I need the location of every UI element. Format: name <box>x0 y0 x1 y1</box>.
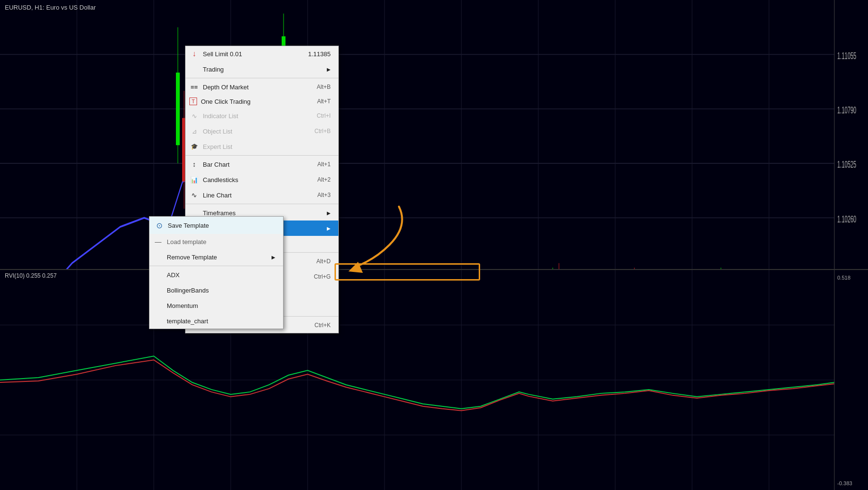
separator-3 <box>186 204 338 204</box>
remove-template-icon <box>153 252 163 262</box>
one-click-label: One Click Trading <box>201 98 308 105</box>
expert-list-item: 🎓 Expert List <box>186 139 338 154</box>
indicator-list-item: ∿ Indicator List Ctrl+I <box>186 108 338 123</box>
svg-text:-0.383: -0.383 <box>837 480 852 486</box>
template-chart-label: template_chart <box>167 318 275 325</box>
candlesticks-icon: 📊 <box>189 175 199 184</box>
line-chart-label: Line Chart <box>203 192 308 199</box>
template-chart-icon <box>153 316 163 326</box>
object-icon: ⊿ <box>189 126 199 136</box>
grid-shortcut: Ctrl+G <box>304 273 331 280</box>
remove-template-label: Remove Template <box>167 254 272 261</box>
adx-item[interactable]: ADX <box>149 267 283 282</box>
timeframes-label: Timeframes <box>203 209 327 217</box>
object-list-item: ⊿ Object List Ctrl+B <box>186 123 338 139</box>
indicator-panel: 0.518 -0.383 RVI(10) 0.255 0.257 <box>0 269 868 490</box>
line-chart-item[interactable]: ∿ Line Chart Alt+3 <box>186 187 338 203</box>
templates-arrow: ▶ <box>327 226 331 231</box>
svg-text:1.10260: 1.10260 <box>837 213 856 225</box>
svg-text:1.10525: 1.10525 <box>837 159 856 171</box>
indicator-shortcut: Ctrl+I <box>307 112 331 119</box>
separator-1 <box>186 78 338 78</box>
adx-label: ADX <box>167 271 275 279</box>
expert-list-label: Expert List <box>203 143 331 150</box>
save-template-icon: ⊙ <box>154 220 164 230</box>
bar-chart-label: Bar Chart <box>203 161 308 168</box>
template-chart-item[interactable]: template_chart <box>149 313 283 329</box>
object-list-label: Object List <box>203 128 305 135</box>
separator-2 <box>186 155 338 156</box>
remove-template-arrow: ▶ <box>272 255 275 260</box>
depth-shortcut: Alt+B <box>307 84 331 90</box>
sell-limit-icon: ↓ <box>189 49 199 59</box>
bar-shortcut: Alt+1 <box>308 161 331 168</box>
sell-limit-item[interactable]: ↓ Sell Limit 0.01 1.11385 <box>186 46 338 61</box>
save-template-label: Save Template <box>168 222 274 229</box>
timeframes-arrow: ▶ <box>327 210 331 216</box>
bollinger-label: BollingerBands <box>167 287 275 294</box>
bar-chart-item[interactable]: ↕ Bar Chart Alt+1 <box>186 157 338 172</box>
depth-icon: ≡≡ <box>189 82 199 92</box>
expert-icon: 🎓 <box>189 142 199 151</box>
trading-icon <box>189 64 199 74</box>
bollinger-icon <box>153 285 163 295</box>
docked-shortcut: Alt+D <box>307 258 331 265</box>
trading-item[interactable]: Trading ▶ <box>186 61 338 77</box>
momentum-icon <box>153 301 163 310</box>
svg-rect-38 <box>176 73 180 145</box>
bar-chart-icon: ↕ <box>189 159 199 169</box>
line-chart-icon: ∿ <box>189 190 199 200</box>
candlesticks-item[interactable]: 📊 Candlesticks Alt+2 <box>186 172 338 187</box>
trading-arrow: ▶ <box>327 67 331 72</box>
one-click-icon: T <box>189 98 197 105</box>
indicator-title: RVI(10) 0.255 0.257 <box>5 272 57 279</box>
submenu-sep-1 <box>149 266 283 266</box>
load-template-label: Load template <box>167 238 275 245</box>
volumes-shortcut: Ctrl+K <box>305 322 331 329</box>
one-click-shortcut: Alt+T <box>308 98 331 105</box>
depth-of-market-item[interactable]: ≡≡ Depth Of Market Alt+B <box>186 79 338 95</box>
momentum-label: Momentum <box>167 302 275 309</box>
one-click-item[interactable]: T One Click Trading Alt+T <box>186 95 338 108</box>
line-shortcut: Alt+3 <box>308 192 331 198</box>
load-template-icon: — <box>153 237 163 246</box>
trading-label: Trading <box>203 66 327 73</box>
candlesticks-shortcut: Alt+2 <box>308 176 331 183</box>
indicator-svg: 0.518 -0.383 <box>0 270 868 490</box>
templates-submenu: ⊙ Save Template — Load template Remove T… <box>149 216 284 329</box>
candlesticks-label: Candlesticks <box>203 176 308 184</box>
remove-template-item[interactable]: Remove Template ▶ <box>149 249 283 265</box>
indicator-icon: ∿ <box>189 111 199 121</box>
sell-limit-label: Sell Limit 0.01 <box>203 50 308 58</box>
object-shortcut: Ctrl+B <box>305 128 331 135</box>
svg-text:1.10790: 1.10790 <box>837 104 856 116</box>
svg-text:1.11055: 1.11055 <box>837 50 856 61</box>
momentum-item[interactable]: Momentum <box>149 298 283 313</box>
chart-title: EURUSD, H1: Euro vs US Dollar <box>5 4 96 11</box>
adx-icon <box>153 270 163 280</box>
sell-limit-price: 1.11385 <box>308 50 331 58</box>
save-template-item[interactable]: ⊙ Save Template <box>149 217 283 234</box>
bollinger-item[interactable]: BollingerBands <box>149 282 283 298</box>
load-template-item[interactable]: — Load template <box>149 234 283 249</box>
svg-text:0.518: 0.518 <box>837 275 851 281</box>
indicator-list-label: Indicator List <box>203 112 307 120</box>
depth-label: Depth Of Market <box>203 84 307 91</box>
